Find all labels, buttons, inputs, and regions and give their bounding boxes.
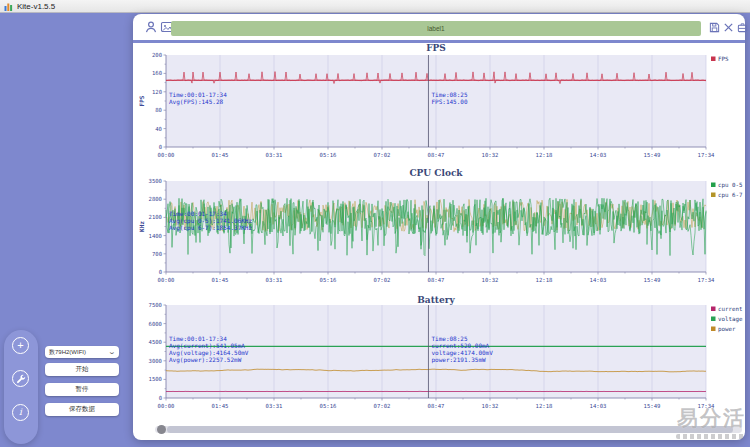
svg-text:0: 0 [159,395,162,401]
svg-text:01:45: 01:45 [212,152,229,158]
pause-button-label: 暂停 [76,385,89,394]
svg-text:15:49: 15:49 [644,152,661,158]
svg-text:80: 80 [155,107,162,113]
close-icon[interactable] [723,22,734,33]
scrollbar-thumb[interactable] [167,426,733,433]
app-icon [4,2,13,11]
svg-text:voltage: voltage [718,316,743,323]
svg-text:160: 160 [152,70,162,76]
add-button[interactable]: + [12,337,29,354]
sidebar-rail: + i [4,330,38,444]
svg-text:12:18: 12:18 [536,403,553,409]
pause-button[interactable]: 暂停 [45,383,119,396]
svg-text:10:32: 10:32 [482,403,499,409]
scrollbar-knob[interactable] [157,425,166,434]
export-icon[interactable] [737,22,748,33]
svg-text:01:45: 01:45 [212,277,229,283]
device-dropdown[interactable]: 数79H2(WIFI) ⌄ [45,346,119,358]
svg-text:00:00: 00:00 [158,403,175,409]
svg-text:current:520.00mA: current:520.00mA [431,342,489,349]
svg-text:3000: 3000 [149,358,162,364]
svg-text:05:16: 05:16 [320,152,337,158]
svg-text:power: power [718,326,736,333]
svg-text:17:34: 17:34 [698,152,715,158]
svg-text:Time:08:25: Time:08:25 [431,91,468,98]
svg-text:12:18: 12:18 [536,277,553,283]
svg-text:Avg(cpu 6-7):1854.37KHz: Avg(cpu 6-7):1854.37KHz [169,224,252,232]
svg-text:17:34: 17:34 [698,403,715,409]
fps-chart[interactable]: 00:0001:4503:3105:1607:0208:4710:3212:18… [133,42,745,164]
svg-text:Avg(FPS):145.28: Avg(FPS):145.28 [169,98,224,106]
svg-text:0: 0 [159,144,162,150]
wrench-icon [16,374,26,384]
svg-text:14:03: 14:03 [590,277,607,283]
svg-text:current: current [718,306,742,312]
svg-text:2800: 2800 [149,196,162,202]
svg-text:KHz: KHz [138,221,145,232]
label-bar-text: label1 [427,25,444,32]
svg-text:cpu 0-5: cpu 0-5 [718,182,743,189]
svg-text:14:03: 14:03 [590,152,607,158]
cpu-clock-chart[interactable]: 00:0001:4503:3105:1607:0208:4710:3212:18… [133,160,745,290]
svg-text:0: 0 [159,269,162,275]
desktop: { "window": { "title": "Kite-v1.5.5" }, … [0,0,750,447]
svg-text:Time:00:01-17:34: Time:00:01-17:34 [169,91,227,98]
svg-text:1500: 1500 [149,376,162,382]
svg-text:40: 40 [155,126,162,132]
svg-text:Battery: Battery [417,295,455,305]
svg-text:Time:00:01-17:34: Time:00:01-17:34 [169,335,227,342]
start-button-label: 开始 [76,365,89,374]
svg-text:4500: 4500 [149,339,162,345]
user-icon[interactable] [144,20,158,34]
svg-text:07:02: 07:02 [374,277,391,283]
svg-text:3500: 3500 [149,178,162,184]
info-button[interactable]: i [12,404,29,421]
device-dropdown-value: 数79H2(WIFI) [49,348,86,357]
svg-text:cpu 6-7: cpu 6-7 [718,192,743,199]
svg-text:CPU Clock: CPU Clock [409,168,463,178]
save-data-button-label: 保存数据 [69,405,95,414]
svg-text:14:03: 14:03 [590,403,607,409]
svg-text:03:31: 03:31 [266,152,283,158]
battery-chart[interactable]: 00:0001:4503:3105:1607:0208:4710:3212:18… [133,288,745,422]
window-titlebar: Kite-v1.5.5 [0,0,750,13]
svg-text:FPS: FPS [718,56,729,62]
svg-text:17:34: 17:34 [698,277,715,283]
svg-text:2100: 2100 [149,214,162,220]
svg-text:08:47: 08:47 [428,403,445,409]
svg-text:01:45: 01:45 [212,403,229,409]
svg-text:05:16: 05:16 [320,277,337,283]
label-bar[interactable]: label1 [171,21,701,36]
start-button[interactable]: 开始 [45,363,119,376]
svg-text:1400: 1400 [149,233,162,239]
svg-text:07:02: 07:02 [374,403,391,409]
svg-text:05:16: 05:16 [320,403,337,409]
svg-text:03:31: 03:31 [266,277,283,283]
svg-text:FPS: FPS [426,43,446,53]
save-icon[interactable] [709,22,720,33]
main-panel: label1 00:0001:4503:3105:1607:0208:4710:… [133,14,745,440]
svg-text:FPS:145.00: FPS:145.00 [431,98,468,105]
svg-text:10:32: 10:32 [482,277,499,283]
chevron-down-icon: ⌄ [108,348,116,356]
svg-text:power:2191.35mW: power:2191.35mW [431,356,486,364]
svg-text:03:31: 03:31 [266,403,283,409]
svg-text:15:49: 15:49 [644,277,661,283]
svg-text:700: 700 [152,251,162,257]
svg-text:08:47: 08:47 [428,152,445,158]
window-title: Kite-v1.5.5 [17,2,55,11]
save-data-button[interactable]: 保存数据 [45,403,119,416]
svg-text:08:47: 08:47 [428,277,445,283]
svg-text:120: 120 [152,89,162,95]
svg-text:00:00: 00:00 [158,277,175,283]
svg-text:10:32: 10:32 [482,152,499,158]
svg-text:FPS: FPS [138,95,145,106]
svg-text:200: 200 [152,52,162,58]
svg-text:15:49: 15:49 [644,403,661,409]
svg-text:7500: 7500 [149,302,162,308]
wrench-button[interactable] [12,370,29,387]
svg-text:Time:00:01-17:34: Time:00:01-17:34 [169,210,227,217]
svg-text:12:18: 12:18 [536,152,553,158]
svg-text:6000: 6000 [149,321,162,327]
svg-text:00:00: 00:00 [158,152,175,158]
